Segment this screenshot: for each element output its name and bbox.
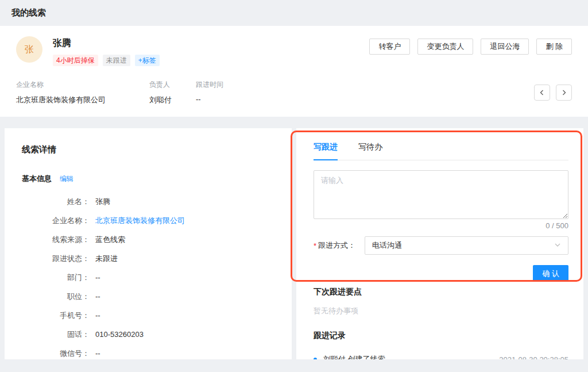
followup-record-item: 刘聪付 创建了线索 2021-08-30 20:28:05 刘聪付创建了线索 <box>314 354 568 359</box>
company-name-label: 企业名称 <box>16 80 125 90</box>
followup-method-label: 跟进方式： <box>318 240 355 251</box>
tab-write-followup[interactable]: 写跟进 <box>314 142 338 160</box>
next-followup-points-title: 下次跟进要点 <box>314 287 568 297</box>
field-department: 部门： -- <box>22 268 274 287</box>
field-lead-source: 线索来源： 蓝色线索 <box>22 230 274 249</box>
owner-info: 负责人 刘聪付 <box>149 80 172 105</box>
page-header: 我的线索 <box>0 0 588 26</box>
owner-label: 负责人 <box>149 80 172 90</box>
field-wechat: 微信号： -- <box>22 344 274 359</box>
edit-link[interactable]: 编辑 <box>60 174 74 184</box>
prev-lead-button[interactable] <box>534 85 550 101</box>
tag-list: 4小时后掉保 未跟进 +标签 <box>53 55 160 66</box>
chevron-left-icon <box>539 87 545 98</box>
field-followup-status: 跟进状态： 未跟进 <box>22 249 274 268</box>
followup-note-input[interactable] <box>314 170 568 219</box>
change-owner-button[interactable]: 变更负责人 <box>417 39 473 55</box>
record-pager <box>534 80 572 101</box>
required-asterisk: * <box>314 241 316 250</box>
followup-time-value: -- <box>196 95 223 103</box>
followup-time-info: 跟进时间 -- <box>196 80 223 103</box>
owner-value: 刘聪付 <box>149 95 172 105</box>
avatar: 张 <box>16 36 42 63</box>
add-tag-button[interactable]: +标签 <box>135 55 160 66</box>
record-text: 刘聪付 创建了线索 <box>323 354 385 359</box>
convert-to-customer-button[interactable]: 转客户 <box>369 39 410 55</box>
followup-method-value: 电话沟通 <box>372 240 402 251</box>
lead-name: 张腾 <box>53 37 160 49</box>
field-company: 企业名称： 北京班唐装饰装修有限公司 <box>22 211 274 230</box>
lead-header-card: 张 张腾 4小时后掉保 未跟进 +标签 转客户 变更负责人 退回公海 删 除 企… <box>0 26 588 117</box>
basic-info-title: 基本信息 <box>22 174 52 184</box>
confirm-button[interactable]: 确 认 <box>533 265 568 282</box>
followup-records-title: 跟进记录 <box>314 331 568 341</box>
next-lead-button[interactable] <box>556 85 572 101</box>
lead-detail-panel: 线索详情 基本信息 编辑 姓名： 张腾 企业名称： 北京班唐装饰装修有限公司 线… <box>5 128 292 359</box>
company-name-info: 企业名称 北京班唐装饰装修有限公司 <box>16 80 125 105</box>
followup-tabs: 写跟进 写待办 <box>314 142 568 160</box>
return-to-pool-button[interactable]: 退回公海 <box>481 39 529 55</box>
char-counter: 0 / 500 <box>314 221 568 230</box>
page-title: 我的线索 <box>11 7 46 18</box>
record-timestamp: 2021-08-30 20:28:05 <box>499 355 568 360</box>
record-bullet-icon <box>314 358 317 359</box>
basic-info-fields: 姓名： 张腾 企业名称： 北京班唐装饰装修有限公司 线索来源： 蓝色线索 跟进状… <box>22 192 274 359</box>
field-position: 职位： -- <box>22 287 274 306</box>
delete-button[interactable]: 删 除 <box>536 39 572 55</box>
field-name: 姓名： 张腾 <box>22 192 274 211</box>
company-name-value: 北京班唐装饰装修有限公司 <box>16 95 125 105</box>
field-mobile: 手机号： -- <box>22 306 274 325</box>
followup-status-tag: 未跟进 <box>103 55 130 66</box>
field-landline: 固话： 010-53260203 <box>22 325 274 344</box>
tab-write-todo[interactable]: 写待办 <box>358 142 382 160</box>
detail-panel-title: 线索详情 <box>22 144 274 155</box>
followup-panel: 写跟进 写待办 0 / 500 * 跟进方式： 电话沟通 确 认 下次跟进要点 … <box>296 128 583 359</box>
followup-time-label: 跟进时间 <box>196 80 223 90</box>
chevron-down-icon <box>554 241 561 250</box>
header-actions: 转客户 变更负责人 退回公海 删 除 <box>369 36 572 55</box>
no-todo-text: 暂无待办事项 <box>314 306 568 316</box>
protection-expiry-tag: 4小时后掉保 <box>53 55 98 66</box>
followup-method-select[interactable]: 电话沟通 <box>365 236 568 255</box>
chevron-right-icon <box>561 87 567 98</box>
company-link[interactable]: 北京班唐装饰装修有限公司 <box>95 216 185 226</box>
